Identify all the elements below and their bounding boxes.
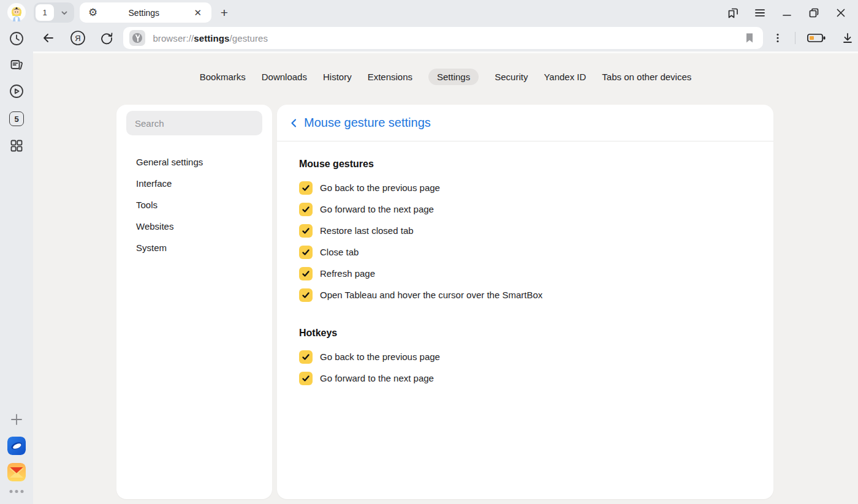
- checkbox-checked[interactable]: [299, 288, 313, 302]
- gear-icon: ⚙: [88, 7, 97, 18]
- gesture-option-row[interactable]: Go forward to the next page: [299, 198, 751, 220]
- tab-counter-icon[interactable]: 5: [9, 111, 24, 126]
- checkbox-checked[interactable]: [299, 181, 313, 195]
- tab-group-control[interactable]: 1: [34, 2, 74, 23]
- feed-cards-icon[interactable]: [9, 57, 25, 73]
- nav-tab-bookmarks[interactable]: Bookmarks: [200, 69, 246, 85]
- mouse-gestures-section: Mouse gestures Go back to the previous p…: [299, 159, 751, 306]
- kebab-menu-icon[interactable]: [770, 28, 785, 48]
- refresh-icon[interactable]: [97, 28, 118, 48]
- yandex-home-button[interactable]: Я: [67, 28, 88, 48]
- video-play-icon[interactable]: [9, 83, 25, 99]
- bookmark-flag-icon[interactable]: [745, 32, 754, 43]
- history-clock-icon[interactable]: [9, 31, 25, 47]
- settings-page: Bookmarks Downloads History Extensions S…: [33, 51, 858, 504]
- option-label: Restore last closed tab: [320, 225, 414, 236]
- hotkey-option-row[interactable]: Go forward to the next page: [299, 367, 751, 389]
- settings-menu-panel: General settings Interface Tools Website…: [116, 105, 272, 499]
- checkbox-checked[interactable]: [299, 203, 313, 216]
- settings-nav: Bookmarks Downloads History Extensions S…: [33, 69, 858, 85]
- checkbox-checked[interactable]: [299, 372, 313, 385]
- sidebar-rail: 5: [0, 0, 33, 504]
- nav-tab-history[interactable]: History: [323, 69, 352, 85]
- nav-tab-other-devices[interactable]: Tabs on other devices: [602, 69, 691, 85]
- nav-tab-extensions[interactable]: Extensions: [368, 69, 412, 85]
- add-panel-plus-icon[interactable]: [9, 412, 24, 427]
- battery-indicator-icon[interactable]: [805, 28, 827, 48]
- nav-tab-downloads[interactable]: Downloads: [262, 69, 307, 85]
- menu-item-tools[interactable]: Tools: [116, 194, 272, 216]
- url-path: /gestures: [230, 33, 268, 43]
- window-maximize-button[interactable]: [807, 6, 821, 20]
- option-label: Refresh page: [320, 268, 375, 279]
- new-tab-button[interactable]: +: [216, 4, 233, 21]
- gesture-option-row[interactable]: Close tab: [299, 241, 751, 263]
- section-heading: Mouse gestures: [299, 159, 751, 170]
- tab-title: Settings: [97, 8, 190, 18]
- open-tabs-count: 5: [14, 115, 18, 124]
- nav-tab-settings[interactable]: Settings: [428, 69, 479, 85]
- menu-item-general-settings[interactable]: General settings: [116, 151, 272, 173]
- chevron-down-icon[interactable]: [54, 9, 74, 17]
- window-minimize-button[interactable]: [780, 6, 794, 20]
- url-text: browser://settings/gestures: [153, 33, 745, 43]
- checkbox-checked[interactable]: [299, 267, 313, 280]
- menu-item-system[interactable]: System: [116, 237, 272, 258]
- toolbar: Я browser://settings/gestures: [33, 24, 858, 51]
- window-close-button[interactable]: [833, 6, 848, 20]
- nav-tab-yandex-id[interactable]: Yandex ID: [544, 69, 586, 85]
- option-label: Go forward to the next page: [320, 373, 434, 383]
- back-chevron-icon[interactable]: [287, 115, 302, 131]
- svg-text:Я: Я: [75, 34, 80, 43]
- tab-close-icon[interactable]: ✕: [190, 6, 205, 20]
- option-label: Go back to the previous page: [320, 352, 440, 362]
- url-host: settings: [194, 33, 229, 43]
- services-grid-icon[interactable]: [9, 138, 25, 154]
- back-arrow-icon[interactable]: [38, 28, 59, 48]
- panel-header: Mouse gesture settings: [277, 105, 773, 141]
- settings-menu-list: General settings Interface Tools Website…: [116, 151, 272, 258]
- gesture-option-row[interactable]: Refresh page: [299, 263, 751, 284]
- site-identity-icon[interactable]: [129, 30, 145, 46]
- url-scheme: browser://: [153, 33, 194, 43]
- nav-tab-security[interactable]: Security: [495, 69, 528, 85]
- hotkey-option-row[interactable]: Go back to the previous page: [299, 346, 751, 367]
- address-bar[interactable]: browser://settings/gestures: [123, 27, 763, 49]
- option-label: Open Tableau and hover the cursor over t…: [320, 290, 542, 300]
- hotkeys-section: Hotkeys Go back to the previous page Go …: [299, 328, 751, 389]
- section-heading: Hotkeys: [299, 328, 751, 339]
- gesture-option-row[interactable]: Restore last closed tab: [299, 220, 751, 241]
- menu-item-interface[interactable]: Interface: [116, 173, 272, 194]
- more-options-dots-icon[interactable]: [10, 490, 24, 493]
- gesture-option-row[interactable]: Go back to the previous page: [299, 177, 751, 198]
- gesture-option-row[interactable]: Open Tableau and hover the cursor over t…: [299, 284, 751, 306]
- checkbox-checked[interactable]: [299, 224, 313, 238]
- avatar-image: [7, 3, 26, 21]
- browser-chrome: 1 ⚙ Settings ✕ +: [33, 0, 858, 51]
- gesture-settings-panel: Mouse gesture settings Mouse gestures Go…: [277, 105, 773, 499]
- checkbox-checked[interactable]: [299, 246, 313, 259]
- menu-item-websites[interactable]: Websites: [116, 216, 272, 237]
- menu-hamburger-icon[interactable]: [753, 6, 767, 20]
- page-title[interactable]: Mouse gesture settings: [304, 116, 431, 130]
- option-label: Go back to the previous page: [320, 182, 440, 193]
- tab-group-count: 1: [36, 4, 54, 21]
- side-panel-toggle-icon[interactable]: [726, 6, 740, 20]
- downloads-icon[interactable]: [837, 28, 858, 48]
- search-input[interactable]: [126, 111, 262, 135]
- yandex-browser-app-icon[interactable]: [7, 437, 26, 455]
- toolbar-separator: [795, 32, 795, 44]
- option-label: Close tab: [320, 247, 359, 257]
- active-tab-settings[interactable]: ⚙ Settings ✕: [80, 2, 211, 23]
- yandex-mail-app-icon[interactable]: [7, 463, 26, 481]
- checkbox-checked[interactable]: [299, 350, 313, 364]
- profile-avatar[interactable]: [7, 3, 26, 21]
- option-label: Go forward to the next page: [320, 204, 434, 214]
